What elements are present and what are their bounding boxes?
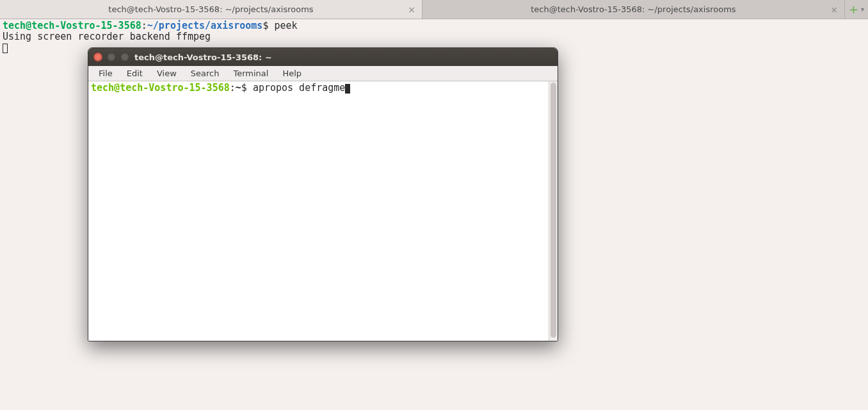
- fg-prompt-path: ~: [236, 82, 241, 94]
- outer-tab-2-title: tech@tech-Vostro-15-3568: ~/projects/axi…: [531, 4, 735, 14]
- window-close-icon[interactable]: [93, 53, 102, 62]
- bg-prompt-sep: :: [141, 20, 147, 31]
- bg-output-line: Using screen recorder backend ffmpeg: [3, 31, 865, 42]
- outer-tab-2[interactable]: tech@tech-Vostro-15-3568: ~/projects/axi…: [422, 0, 844, 19]
- fg-prompt-end: $: [241, 82, 253, 94]
- menu-file[interactable]: File: [92, 67, 119, 79]
- scrollbar[interactable]: [549, 81, 558, 341]
- bg-prompt-path: ~/projects/axisrooms: [147, 20, 263, 31]
- close-icon[interactable]: ×: [408, 5, 415, 14]
- window-title: tech@tech-Vostro-15-3568: ~: [134, 53, 272, 62]
- window-buttons: [93, 53, 129, 62]
- menu-terminal[interactable]: Terminal: [227, 67, 275, 79]
- terminal-body[interactable]: tech@tech-Vostro-15-3568:~$ apropos defr…: [88, 81, 558, 341]
- menu-search[interactable]: Search: [184, 67, 226, 79]
- bg-command: peek: [274, 20, 297, 31]
- bg-cursor-box: [3, 44, 8, 53]
- tab-tools: + ▾: [844, 0, 868, 19]
- tab-dropdown-icon[interactable]: ▾: [861, 6, 864, 13]
- terminal-cursor: [345, 84, 350, 94]
- fg-prompt-user: tech@tech-Vostro-15-3568: [91, 82, 230, 94]
- menu-view[interactable]: View: [150, 67, 183, 79]
- bg-prompt-user: tech@tech-Vostro-15-3568: [3, 20, 141, 31]
- close-icon[interactable]: ×: [830, 5, 838, 14]
- terminal-window: tech@tech-Vostro-15-3568: ~ File Edit Vi…: [88, 47, 558, 341]
- window-maximize-icon[interactable]: [120, 53, 129, 62]
- fg-prompt-sep: :: [230, 82, 236, 94]
- bg-prompt-line: tech@tech-Vostro-15-3568:~/projects/axis…: [3, 20, 865, 31]
- fg-command: apropos defragme: [253, 82, 346, 94]
- menu-help[interactable]: Help: [276, 67, 308, 79]
- window-titlebar[interactable]: tech@tech-Vostro-15-3568: ~: [88, 48, 558, 66]
- outer-tab-1[interactable]: tech@tech-Vostro-15-3568: ~/projects/axi…: [0, 0, 422, 19]
- bg-prompt-end: $: [262, 20, 274, 31]
- window-minimize-icon[interactable]: [107, 53, 116, 62]
- menu-edit[interactable]: Edit: [120, 67, 149, 79]
- terminal-content: tech@tech-Vostro-15-3568:~$ apropos defr…: [88, 81, 549, 341]
- outer-tab-1-title: tech@tech-Vostro-15-3568: ~/projects/axi…: [108, 4, 313, 14]
- scrollbar-thumb[interactable]: [551, 83, 556, 338]
- new-tab-icon[interactable]: +: [849, 4, 858, 15]
- menubar: File Edit View Search Terminal Help: [88, 66, 558, 81]
- outer-tab-bar: tech@tech-Vostro-15-3568: ~/projects/axi…: [0, 0, 868, 19]
